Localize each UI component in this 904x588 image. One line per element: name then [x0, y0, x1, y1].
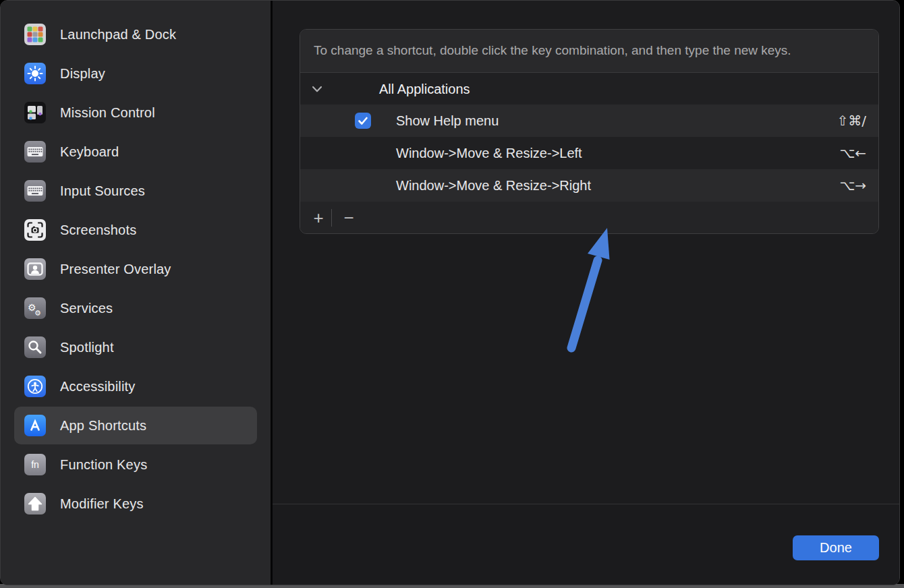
- sidebar-item-label: Launchpad & Dock: [60, 27, 176, 42]
- sidebar-item-label: App Shortcuts: [60, 418, 146, 434]
- sidebar-item-display[interactable]: Display: [14, 55, 257, 92]
- shortcuts-groupbox: To change a shortcut, double click the k…: [300, 29, 879, 234]
- group-row-all-applications[interactable]: All Applications: [300, 73, 878, 105]
- footer-bar: Done: [273, 504, 899, 585]
- app-shortcuts-icon: [24, 415, 46, 436]
- sidebar-item-launchpad-dock[interactable]: Launchpad & Dock: [14, 16, 257, 53]
- screenshots-icon: [24, 219, 46, 241]
- sidebar-item-label: Services: [60, 301, 113, 316]
- sidebar-item-label: Mission Control: [60, 105, 155, 121]
- sidebar-item-keyboard[interactable]: Keyboard: [14, 133, 257, 171]
- shortcut-keys[interactable]: ⌥←: [839, 145, 866, 161]
- svg-text:⚙: ⚙: [34, 309, 41, 318]
- svg-text:fn: fn: [31, 459, 39, 470]
- sidebar-item-label: Screenshots: [60, 223, 136, 238]
- sidebar-item-input-sources[interactable]: Input Sources: [14, 172, 257, 210]
- sidebar-item-spotlight[interactable]: Spotlight: [14, 328, 257, 366]
- chevron-down-icon[interactable]: [311, 84, 323, 94]
- sidebar-item-services[interactable]: ⚙ ⚙ Services: [14, 289, 257, 327]
- sidebar-item-accessibility[interactable]: Accessibility: [14, 368, 257, 405]
- spotlight-icon: [24, 336, 46, 358]
- settings-sidebar: Launchpad & Dock: [1, 1, 271, 585]
- sidebar-item-label: Spotlight: [60, 340, 114, 355]
- checkbox-checked-icon[interactable]: [355, 113, 371, 129]
- sidebar-item-app-shortcuts[interactable]: App Shortcuts: [14, 407, 257, 444]
- keyboard-shortcuts-pane: To change a shortcut, double click the k…: [273, 1, 899, 585]
- group-title: All Applications: [379, 81, 470, 96]
- launchpad-icon: [24, 24, 46, 45]
- presenter-overlay-icon: [24, 258, 46, 280]
- services-icon: ⚙ ⚙: [24, 297, 46, 319]
- sidebar-item-label: Display: [60, 66, 105, 82]
- sidebar-item-label: Input Sources: [60, 183, 145, 199]
- shortcut-label: Window->Move & Resize->Left: [396, 146, 582, 161]
- sidebar-item-label: Presenter Overlay: [60, 262, 171, 277]
- sidebar-item-label: Accessibility: [60, 379, 136, 394]
- sidebar-item-modifier-keys[interactable]: Modifier Keys: [14, 485, 257, 523]
- sidebar-item-presenter-overlay[interactable]: Presenter Overlay: [14, 250, 257, 288]
- list-toolbar: + −: [300, 202, 878, 233]
- sidebar-item-screenshots[interactable]: Screenshots: [14, 211, 257, 249]
- add-shortcut-button[interactable]: +: [306, 204, 331, 231]
- shortcut-keys[interactable]: ⇧⌘/: [837, 113, 867, 129]
- system-settings-window: Launchpad & Dock: [0, 0, 900, 585]
- shortcut-label: Show Help menu: [396, 113, 499, 129]
- shortcut-label: Window->Move & Resize->Right: [396, 178, 591, 194]
- screen: Launchpad & Dock: [0, 0, 904, 588]
- shortcut-row-show-help-menu[interactable]: Show Help menu ⇧⌘/: [300, 105, 878, 137]
- keyboard-icon: [24, 141, 46, 163]
- sidebar-item-function-keys[interactable]: fn Function Keys: [14, 446, 257, 483]
- shortcut-row-move-resize-right[interactable]: Window->Move & Resize->Right ⌥→: [300, 169, 878, 202]
- sidebar-item-label: Modifier Keys: [60, 496, 144, 512]
- instructions-text: To change a shortcut, double click the k…: [314, 41, 806, 60]
- sidebar-item-label: Keyboard: [60, 144, 119, 160]
- sidebar-item-mission-control[interactable]: Mission Control: [14, 94, 257, 131]
- shortcut-row-move-resize-left[interactable]: Window->Move & Resize->Left ⌥←: [300, 137, 878, 169]
- input-sources-icon: [24, 180, 46, 202]
- mission-control-icon: [24, 102, 46, 123]
- modifier-keys-icon: [24, 493, 46, 514]
- remove-shortcut-button[interactable]: −: [332, 204, 366, 231]
- accessibility-icon: [24, 376, 46, 397]
- annotation-arrow-icon: [548, 220, 622, 358]
- display-icon: [24, 63, 46, 84]
- sidebar-item-label: Function Keys: [60, 457, 147, 473]
- instructions-box: To change a shortcut, double click the k…: [300, 30, 878, 73]
- done-button[interactable]: Done: [793, 535, 879, 560]
- shortcut-keys[interactable]: ⌥→: [839, 177, 866, 194]
- function-keys-icon: fn: [24, 454, 46, 475]
